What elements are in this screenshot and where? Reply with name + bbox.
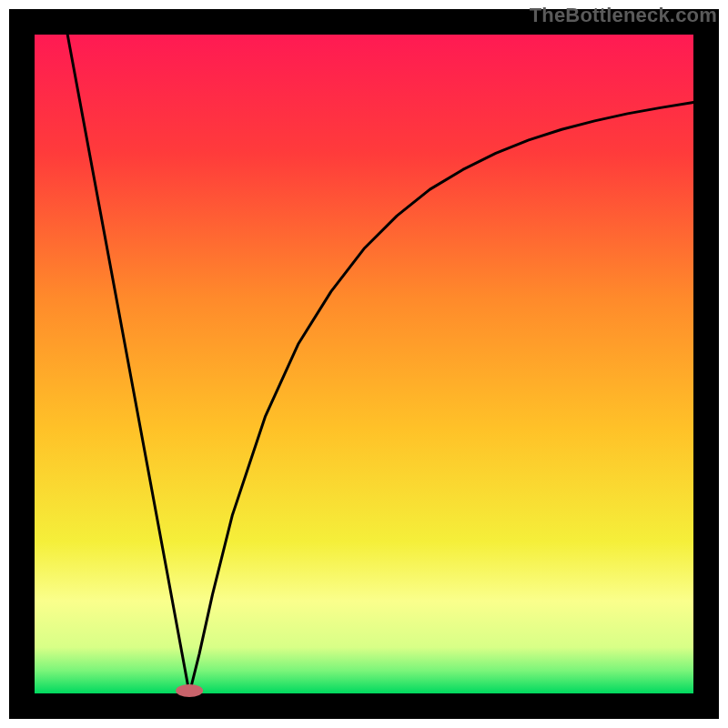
chart-container: TheBottleneck.com (0, 0, 728, 728)
watermark-text: TheBottleneck.com (530, 4, 717, 27)
chart-plot-area (35, 35, 693, 693)
optimum-marker (176, 684, 203, 697)
chart-svg (0, 0, 728, 728)
